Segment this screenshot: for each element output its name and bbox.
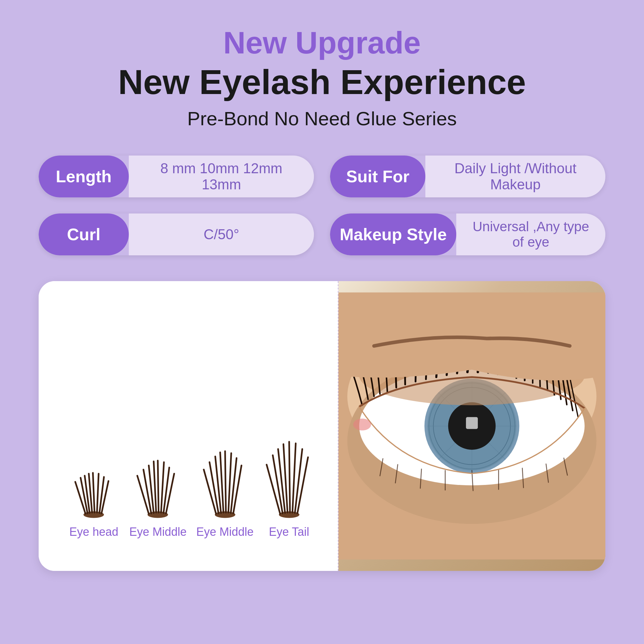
svg-line-32 bbox=[289, 442, 290, 513]
lash-item-eye-tail: Eye Tail bbox=[263, 429, 315, 539]
svg-point-51 bbox=[353, 419, 371, 431]
subtitle: Pre-Bond No Need Glue Series bbox=[118, 108, 526, 130]
svg-line-25 bbox=[231, 458, 236, 513]
lash-drawing-eye-middle-2 bbox=[199, 429, 251, 519]
new-upgrade-title: New Upgrade bbox=[118, 26, 526, 60]
lash-item-eye-middle-2: Eye Middle bbox=[196, 429, 254, 539]
lash-svg-eye-head bbox=[68, 429, 119, 519]
lash-label-eye-middle-1: Eye Middle bbox=[129, 525, 186, 539]
makeup-style-label: Makeup Style bbox=[330, 213, 456, 255]
svg-rect-49 bbox=[466, 417, 478, 429]
length-value: 8 mm 10mm 12mm 13mm bbox=[129, 156, 314, 197]
eye-illustration bbox=[338, 281, 605, 571]
svg-line-15 bbox=[161, 462, 164, 513]
svg-line-23 bbox=[225, 451, 226, 513]
lash-drawing-eye-head bbox=[68, 429, 119, 519]
lash-label-eye-tail: Eye Tail bbox=[269, 525, 309, 539]
makeup-style-pill: Makeup Style Universal ,Any type of eye bbox=[330, 213, 605, 255]
lash-grid: Eye head bbox=[68, 300, 315, 539]
lash-drawing-eye-middle-1 bbox=[132, 429, 184, 519]
eye-photo-panel bbox=[338, 281, 605, 571]
suit-for-value: Daily Light /Without Makeup bbox=[425, 156, 605, 197]
length-pill: Length 8 mm 10mm 12mm 13mm bbox=[39, 156, 314, 197]
svg-line-5 bbox=[93, 473, 95, 513]
svg-line-33 bbox=[292, 443, 296, 513]
svg-line-14 bbox=[158, 461, 159, 513]
svg-line-6 bbox=[97, 474, 99, 513]
bottom-section: Eye head bbox=[39, 281, 605, 571]
lash-label-eye-middle-2: Eye Middle bbox=[196, 525, 254, 539]
specs-section: Length 8 mm 10mm 12mm 13mm Suit For Dail… bbox=[39, 156, 605, 255]
suit-for-label: Suit For bbox=[330, 156, 425, 197]
main-title: New Eyelash Experience bbox=[118, 63, 526, 101]
curl-label: Curl bbox=[39, 213, 129, 255]
page-wrapper: New Upgrade New Eyelash Experience Pre-B… bbox=[0, 0, 644, 644]
svg-line-10 bbox=[137, 476, 149, 514]
svg-line-16 bbox=[164, 468, 169, 513]
curl-pill: Curl C/50° bbox=[39, 213, 314, 255]
lash-item-eye-head: Eye head bbox=[68, 429, 119, 539]
svg-line-13 bbox=[154, 461, 156, 513]
svg-line-24 bbox=[228, 453, 231, 513]
lash-svg-eye-middle-1 bbox=[132, 429, 184, 519]
curl-value: C/50° bbox=[129, 213, 314, 255]
lash-samples-panel: Eye head bbox=[39, 281, 338, 571]
lash-label-eye-head: Eye head bbox=[69, 525, 118, 539]
length-label: Length bbox=[39, 156, 129, 197]
lash-svg-eye-tail bbox=[263, 429, 315, 519]
makeup-style-value: Universal ,Any type of eye bbox=[456, 213, 605, 255]
header-section: New Upgrade New Eyelash Experience Pre-B… bbox=[118, 26, 526, 130]
suit-for-pill: Suit For Daily Light /Without Makeup bbox=[330, 156, 605, 197]
lash-drawing-eye-tail bbox=[263, 429, 315, 519]
svg-line-35 bbox=[297, 457, 308, 513]
lash-svg-eye-middle-2 bbox=[199, 429, 251, 519]
lash-item-eye-middle-1: Eye Middle bbox=[129, 429, 186, 539]
